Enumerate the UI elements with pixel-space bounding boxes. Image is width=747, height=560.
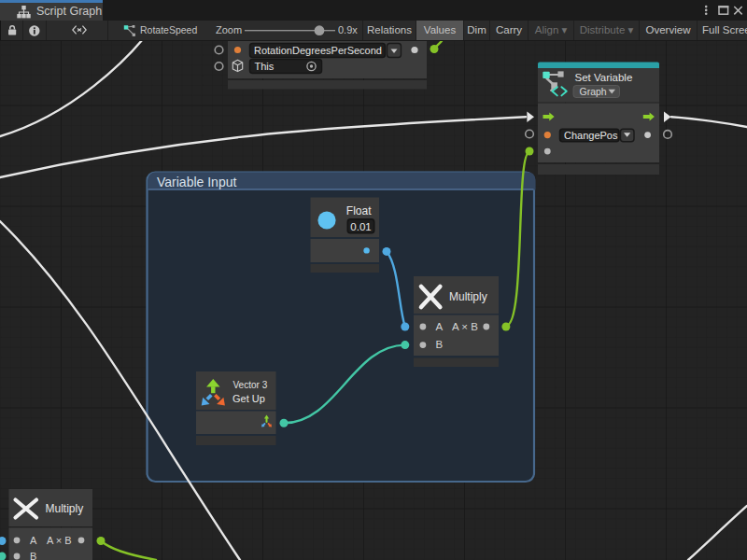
svg-text:RotationDegreesPerSecond: RotationDegreesPerSecond [254,45,382,56]
svg-text:Multiply: Multiply [449,290,487,303]
svg-text:A: A [436,321,444,332]
svg-text:B: B [30,551,36,560]
svg-text:Set Variable: Set Variable [575,72,633,83]
svg-text:ChangePos: ChangePos [564,130,618,141]
svg-text:B: B [436,339,444,350]
svg-text:Graph: Graph [580,86,607,97]
svg-text:Variable Input: Variable Input [157,175,236,189]
svg-text:0.01: 0.01 [350,221,371,232]
svg-text:Multiply: Multiply [46,502,84,515]
svg-text:Get Up: Get Up [233,393,265,404]
svg-text:This: This [255,61,275,72]
svg-text:Vector 3: Vector 3 [233,380,268,390]
svg-text:A: A [30,535,37,546]
svg-text:A × B: A × B [452,321,478,332]
svg-text:A × B: A × B [47,535,72,546]
svg-text:Float: Float [346,204,372,217]
